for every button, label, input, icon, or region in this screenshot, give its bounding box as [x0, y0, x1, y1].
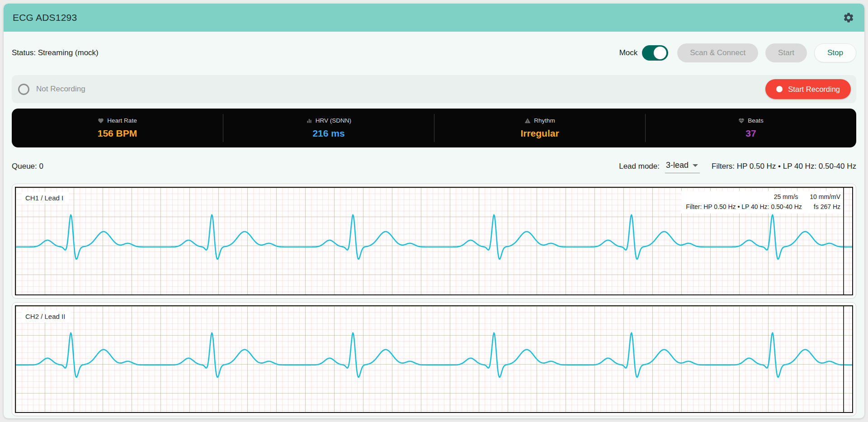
vitals-stats-bar: Heart Rate 156 BPM HRV (SDNN) 216 ms Rhy…: [12, 109, 856, 147]
hrv-value: 216 ms: [312, 128, 344, 139]
recording-bar: Not Recording Start Recording: [12, 75, 856, 103]
start-button[interactable]: Start: [765, 43, 807, 62]
status-row: Status: Streaming (mock) Mock Scan & Con…: [12, 43, 856, 62]
hrv-bars-icon: [306, 118, 312, 124]
filters-summary: Filters: HP 0.50 Hz • LP 40 Hz: 0.50-40 …: [712, 162, 856, 171]
heartbeat-icon: [738, 118, 745, 124]
scan-connect-button[interactable]: Scan & Connect: [677, 43, 758, 62]
chevron-down-icon: [693, 164, 698, 167]
stat-label: Beats: [748, 117, 764, 124]
warning-triangle-icon: [524, 118, 531, 124]
lead-mode-group: Lead mode: 3-lead: [619, 160, 700, 173]
mock-toggle-group: Mock: [619, 45, 669, 61]
channel-label-ch1: CH1 / Lead I: [22, 192, 69, 204]
channel-label-ch2: CH2 / Lead II: [22, 310, 71, 322]
ecg-canvas-ch2: CH2 / Lead II: [15, 305, 853, 413]
queue-count: Queue: 0: [12, 162, 43, 171]
header-bar: ECG ADS1293: [4, 4, 864, 32]
lead-mode-value: 3-lead: [666, 161, 689, 170]
page-title: ECG ADS1293: [13, 12, 77, 23]
controls-group: Mock Scan & Connect Start Stop: [619, 43, 856, 62]
heart-rate-value: 156 BPM: [98, 128, 137, 139]
recording-status: Not Recording: [36, 85, 765, 94]
ecg-chart-ch1: CH1 / Lead I 25 mm/s10 mm/mV Filter: HP …: [12, 184, 856, 299]
stat-label: HRV (SDNN): [316, 117, 351, 124]
app-window: ECG ADS1293 Status: Streaming (mock) Moc…: [4, 4, 864, 418]
connection-status: Status: Streaming (mock): [12, 48, 99, 57]
sweep-speed: 25 mm/s: [774, 193, 798, 200]
filter-annotation: Filter: HP 0.50 Hz • LP 40 Hz: 0.50-40 H…: [686, 203, 802, 210]
start-recording-button[interactable]: Start Recording: [765, 79, 851, 99]
chart-annotations-ch1: 25 mm/s10 mm/mV Filter: HP 0.50 Hz • LP …: [681, 191, 843, 213]
lead-mode-label: Lead mode:: [619, 162, 660, 171]
toggle-knob: [654, 47, 666, 59]
stat-hrv: HRV (SDNN) 216 ms: [223, 114, 434, 142]
gear-icon: [843, 12, 854, 24]
sweep-cursor: [843, 306, 844, 412]
mock-toggle[interactable]: [642, 45, 668, 61]
record-dot-icon: [776, 86, 783, 92]
gain: 10 mm/mV: [810, 193, 840, 200]
heart-icon: [98, 118, 104, 124]
stop-button[interactable]: Stop: [814, 43, 856, 62]
sample-rate: fs 267 Hz: [814, 203, 840, 210]
ecg-trace-ch2: [16, 306, 852, 412]
settings-button[interactable]: [842, 11, 855, 24]
ecg-chart-ch2: CH2 / Lead II: [12, 302, 856, 416]
stat-beats: Beats 37: [645, 114, 856, 142]
rhythm-value: Irregular: [520, 128, 559, 139]
stat-label: Heart Rate: [107, 117, 137, 124]
info-row: Queue: 0 Lead mode: 3-lead Filters: HP 0…: [12, 158, 856, 175]
mock-label: Mock: [619, 48, 638, 57]
ecg-canvas-ch1: CH1 / Lead I 25 mm/s10 mm/mV Filter: HP …: [15, 187, 853, 295]
lead-mode-select[interactable]: 3-lead: [665, 160, 700, 173]
start-recording-label: Start Recording: [788, 85, 840, 94]
record-status-icon: [18, 84, 29, 95]
sweep-cursor: [843, 188, 844, 294]
beats-value: 37: [745, 128, 756, 139]
stat-rhythm: Rhythm Irregular: [434, 114, 645, 142]
stat-heart-rate: Heart Rate 156 BPM: [12, 114, 223, 142]
stat-label: Rhythm: [534, 117, 555, 124]
